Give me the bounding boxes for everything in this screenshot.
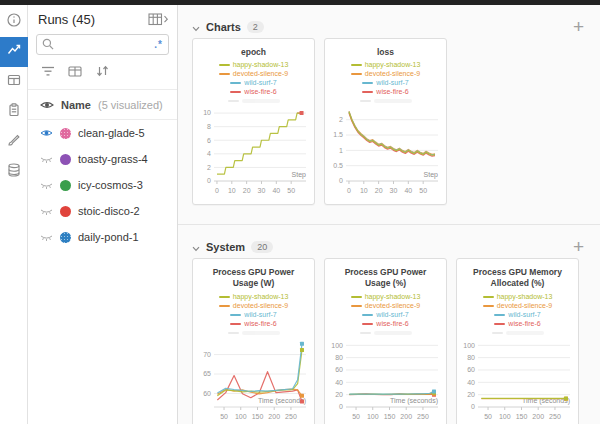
sidebar-item-reports[interactable] — [0, 97, 28, 127]
legend-item[interactable]: happy-shadow-13 — [351, 293, 421, 301]
legend-item[interactable]: wild-surf-7 — [362, 311, 408, 319]
svg-text:40: 40 — [272, 187, 280, 194]
legend-item-truncated — [228, 97, 280, 105]
svg-text:250: 250 — [549, 413, 561, 420]
runs-table-toggle-button[interactable] — [148, 13, 169, 26]
legend-item[interactable]: happy-shadow-13 — [219, 293, 289, 301]
legend-color-dash — [362, 91, 373, 93]
sidebar-item-sweeps[interactable] — [0, 127, 28, 157]
sort-icon[interactable] — [95, 63, 110, 81]
regex-toggle-icon[interactable]: .* — [154, 39, 163, 50]
legend-item[interactable]: wise-fire-6 — [494, 320, 540, 328]
svg-text:0: 0 — [339, 403, 343, 410]
search-icon — [42, 36, 54, 54]
group-columns-icon[interactable] — [68, 63, 82, 81]
run-row[interactable]: icy-cosmos-3 — [28, 172, 177, 198]
svg-text:20: 20 — [467, 391, 475, 398]
eye-closed-icon[interactable] — [40, 202, 53, 220]
legend-item[interactable]: devoted-silence-9 — [219, 70, 288, 78]
chart-title: Process GPU Power Usage (%) — [325, 259, 446, 292]
svg-text:100: 100 — [235, 413, 247, 420]
chart-panel-gpu-power-pct[interactable]: Process GPU Power Usage (%) happy-shadow… — [324, 258, 447, 424]
sidebar-item-charts[interactable] — [0, 37, 28, 67]
run-row[interactable]: daily-pond-1 — [28, 224, 177, 250]
legend-item[interactable]: happy-shadow-13 — [483, 293, 553, 301]
legend-color-dash — [351, 305, 362, 307]
legend-item[interactable]: devoted-silence-9 — [483, 302, 552, 310]
left-icon-rail — [0, 5, 28, 424]
legend-run-name: wild-surf-7 — [244, 79, 276, 87]
section-divider — [178, 224, 600, 225]
legend-color-dash — [230, 314, 241, 316]
legend-run-name: wild-surf-7 — [376, 311, 408, 319]
legend-item[interactable]: wise-fire-6 — [230, 88, 276, 96]
legend-item-truncated — [360, 329, 412, 337]
chart-plot: 02040608010050100150200250Time (seconds) — [325, 337, 446, 424]
workspace: Charts 2 + epoch happy-shadow-13devoted-… — [178, 5, 600, 424]
legend-item[interactable]: devoted-silence-9 — [219, 302, 288, 310]
run-name: icy-cosmos-3 — [78, 179, 143, 191]
legend-item[interactable]: devoted-silence-9 — [351, 70, 420, 78]
legend-item[interactable]: happy-shadow-13 — [219, 61, 289, 69]
chevron-down-icon[interactable] — [192, 238, 200, 256]
filter-icon[interactable] — [41, 63, 55, 81]
legend-item[interactable]: wild-surf-7 — [230, 311, 276, 319]
svg-text:80: 80 — [467, 354, 475, 361]
svg-text:250: 250 — [417, 413, 429, 420]
chart-panel-gpu-power-w[interactable]: Process GPU Power Usage (W) happy-shadow… — [192, 258, 315, 424]
run-row[interactable]: stoic-disco-2 — [28, 198, 177, 224]
sidebar-item-overview[interactable] — [0, 7, 28, 37]
legend-run-name: devoted-silence-9 — [497, 302, 552, 310]
svg-text:Step: Step — [292, 171, 307, 179]
svg-text:30: 30 — [390, 187, 398, 194]
svg-text:150: 150 — [516, 413, 528, 420]
legend-run-name: wise-fire-6 — [244, 88, 276, 96]
run-row[interactable]: clean-glade-5 — [28, 120, 177, 146]
legend-item[interactable]: wise-fire-6 — [362, 88, 408, 96]
svg-text:10: 10 — [203, 110, 211, 117]
svg-text:0: 0 — [347, 187, 351, 194]
svg-text:40: 40 — [467, 379, 475, 386]
legend-item[interactable]: wise-fire-6 — [362, 320, 408, 328]
chart-panel-gpu-memory-pct[interactable]: Process GPU Memory Allocated (%) happy-s… — [456, 258, 579, 424]
svg-text:0: 0 — [207, 178, 211, 185]
legend-item[interactable]: devoted-silence-9 — [351, 302, 420, 310]
svg-text:60: 60 — [203, 390, 211, 397]
svg-text:0.5: 0.5 — [333, 162, 343, 169]
legend-item[interactable]: happy-shadow-13 — [351, 61, 421, 69]
legend-item[interactable]: wild-surf-7 — [362, 79, 408, 87]
section-charts-label: Charts — [206, 21, 241, 33]
legend-item[interactable]: wise-fire-6 — [230, 320, 276, 328]
svg-text:Step: Step — [424, 171, 439, 179]
run-color-dot — [60, 128, 71, 139]
run-search-box: .* — [36, 34, 169, 55]
runs-name-header: Name (5 visualized) — [28, 90, 177, 120]
svg-text:60: 60 — [467, 366, 475, 373]
chart-panel-epoch[interactable]: epoch happy-shadow-13devoted-silence-9wi… — [192, 38, 315, 205]
legend-color-dash — [230, 91, 241, 93]
eye-closed-icon[interactable] — [40, 228, 53, 246]
eye-icon[interactable] — [40, 124, 53, 142]
legend-run-name: devoted-silence-9 — [365, 302, 420, 310]
eye-closed-icon[interactable] — [40, 176, 53, 194]
legend-item[interactable]: wild-surf-7 — [230, 79, 276, 87]
run-search-input[interactable] — [58, 39, 154, 50]
visualized-count: (5 visualized) — [98, 99, 163, 111]
svg-text:100: 100 — [463, 342, 475, 349]
sidebar-item-panels[interactable] — [0, 67, 28, 97]
run-name: toasty-grass-4 — [78, 153, 148, 165]
panels-icon — [6, 72, 22, 92]
add-panel-button[interactable]: + — [573, 240, 586, 254]
add-panel-button[interactable]: + — [573, 20, 586, 34]
run-row[interactable]: toasty-grass-4 — [28, 146, 177, 172]
name-column-header: Name — [61, 99, 91, 111]
legend-item-truncated — [360, 97, 412, 105]
legend-item[interactable]: wild-surf-7 — [494, 311, 540, 319]
chart-panel-loss[interactable]: loss happy-shadow-13devoted-silence-9wil… — [324, 38, 447, 205]
eye-closed-icon[interactable] — [40, 150, 53, 168]
legend-color-dash — [494, 314, 505, 316]
legend-run-name: wild-surf-7 — [508, 311, 540, 319]
sidebar-item-artifacts[interactable] — [0, 157, 28, 187]
eye-icon[interactable] — [40, 96, 54, 114]
chevron-down-icon[interactable] — [192, 18, 200, 36]
